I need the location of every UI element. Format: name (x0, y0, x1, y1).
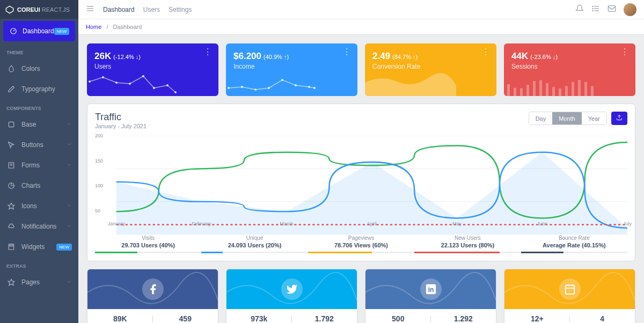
svg-rect-46 (559, 89, 561, 96)
breadcrumb-home[interactable]: Home (86, 24, 101, 30)
social-stat: 459FEEDS (153, 309, 218, 323)
chevron-down-icon (67, 121, 72, 128)
sidebar-item-colors[interactable]: Colors (0, 58, 78, 79)
tf-label: Unique (201, 235, 308, 241)
avatar[interactable] (624, 3, 636, 16)
sidebar-item-dashboard[interactable]: Dashboard NEW (3, 21, 75, 41)
svg-point-23 (102, 76, 104, 78)
tf-label: Pageviews (308, 235, 414, 241)
nav-link-settings[interactable]: Settings (169, 6, 192, 13)
envelope-icon[interactable] (608, 4, 616, 14)
stat-label: Sessions (511, 63, 628, 70)
facebook-icon (142, 278, 164, 300)
sidebar-item-label: Charts (21, 182, 40, 189)
nav-link-users[interactable]: Users (143, 6, 160, 13)
more-icon[interactable]: ⋮ (342, 50, 351, 54)
linkedin-icon: in (420, 278, 442, 300)
sidebar-item-forms[interactable]: Forms (0, 155, 78, 175)
svg-rect-49 (578, 80, 581, 96)
svg-point-32 (254, 89, 257, 91)
more-icon[interactable]: ⋮ (620, 50, 629, 54)
svg-point-28 (166, 84, 169, 86)
svg-text:in: in (428, 286, 434, 293)
traffic-footer-item: Visits 29.703 Users (40%) (95, 235, 201, 253)
bell-icon[interactable] (575, 4, 584, 14)
sidebar-item-label: Base (21, 121, 36, 128)
svg-rect-21 (608, 6, 615, 12)
sidebar-item-label: Notifications (21, 223, 56, 230)
tf-label: Bounce Rate (521, 235, 627, 241)
svg-line-2 (13, 30, 14, 31)
svg-marker-11 (8, 279, 14, 285)
chevron-down-icon (67, 202, 72, 210)
menu-toggle-icon[interactable] (86, 4, 94, 14)
svg-point-33 (268, 87, 270, 89)
svg-rect-48 (572, 82, 574, 96)
stat-label: Conversion Rate (372, 63, 489, 70)
sidebar-item-label: Forms (21, 162, 40, 169)
bell-icon (6, 222, 16, 231)
social-stat: 89KFRIENDS (87, 309, 153, 323)
puzzle-icon (6, 120, 16, 129)
speedometer-icon (10, 26, 17, 36)
svg-point-35 (295, 84, 297, 86)
nav-link-dashboard[interactable]: Dashboard (103, 6, 135, 13)
sidebar-item-pages[interactable]: Pages (0, 272, 78, 292)
svg-rect-38 (507, 84, 510, 96)
sidebar-item-label: Dashboard (23, 27, 54, 35)
sidebar-item-typography[interactable]: Typography (0, 79, 78, 99)
sidebar-item-label: Icons (21, 202, 37, 210)
svg-marker-8 (8, 203, 14, 209)
svg-point-22 (89, 80, 91, 83)
star-icon (6, 201, 16, 211)
brand[interactable]: COREUI REACT.JS (0, 0, 78, 19)
sidebar: COREUI REACT.JS Dashboard NEW THEME Colo… (0, 0, 78, 323)
svg-rect-44 (546, 83, 548, 96)
social-card: 973kFOLLOWERS 1.792TWEETS (226, 269, 357, 323)
stat-card: ⋮ 26K(-12.4% ↓) Users (87, 43, 218, 96)
more-icon[interactable]: ⋮ (481, 50, 490, 54)
chart-icon (6, 181, 16, 190)
sidebar-item-charts[interactable]: Charts (0, 175, 78, 196)
range-month[interactable]: Month (552, 112, 582, 124)
sidebar-item-label: Colors (21, 65, 40, 72)
svg-marker-0 (6, 6, 13, 13)
traffic-title: Traffic (95, 112, 147, 123)
svg-point-27 (153, 87, 155, 89)
range-year[interactable]: Year (582, 112, 606, 124)
traffic-footer-item: Unique 24.093 Users (20%) (201, 235, 308, 253)
cursor-icon (6, 140, 16, 150)
range-day[interactable]: Day (529, 112, 553, 124)
svg-rect-10 (10, 245, 13, 246)
more-icon[interactable]: ⋮ (203, 50, 212, 54)
svg-point-30 (228, 87, 230, 89)
sidebar-item-widgets[interactable]: Widgets NEW (0, 237, 78, 257)
stat-value: 44K (511, 51, 528, 61)
sidebar-item-label: Typography (21, 85, 55, 93)
stat-value: 2.49 (372, 51, 390, 61)
svg-rect-3 (9, 122, 13, 127)
list-icon[interactable] (591, 4, 600, 14)
social-card: 89KFRIENDS 459FEEDS (87, 269, 218, 323)
badge-new: NEW (54, 28, 70, 35)
download-button[interactable] (611, 112, 627, 125)
nav-title-components: COMPONENTS (0, 99, 78, 114)
stat-card: ⋮ $6.200(40.9% ↑) Income (226, 43, 357, 96)
star-icon (6, 277, 16, 287)
svg-rect-45 (552, 87, 555, 96)
sidebar-item-base[interactable]: Base (0, 114, 78, 135)
breadcrumb: Home / Dashboard (78, 19, 644, 34)
sidebar-item-icons[interactable]: Icons (0, 196, 78, 216)
stat-change: (40.9% ↑) (264, 54, 289, 60)
svg-rect-41 (526, 85, 529, 96)
social-stat: 973kFOLLOWERS (226, 309, 292, 323)
svg-rect-39 (514, 88, 516, 96)
svg-rect-43 (539, 80, 542, 96)
pencil-icon (6, 84, 16, 94)
tf-value: 78.706 Views (60%) (308, 242, 414, 248)
svg-point-37 (313, 87, 316, 89)
stat-change: (84.7% ↑) (392, 54, 418, 60)
sidebar-item-buttons[interactable]: Buttons (0, 135, 78, 155)
stat-change: (-23.6% ↓) (530, 54, 558, 60)
sidebar-item-notifications[interactable]: Notifications (0, 216, 78, 237)
